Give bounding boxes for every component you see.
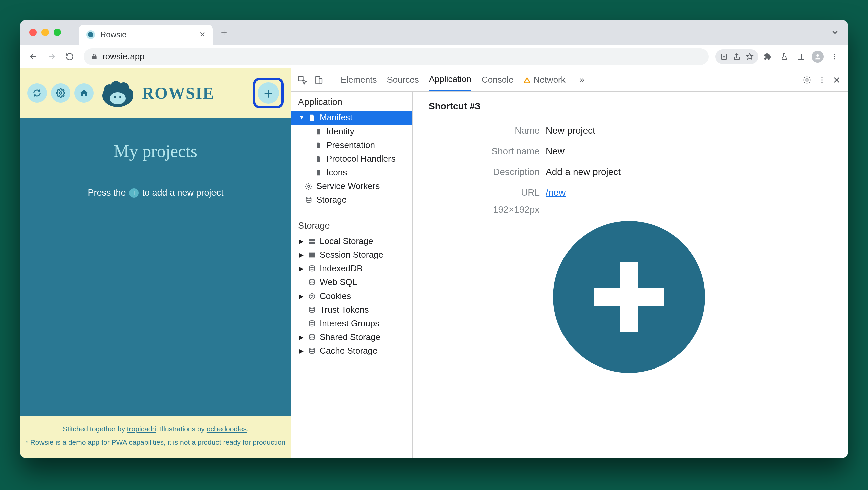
section-application: Application <box>291 92 412 111</box>
tree-item[interactable]: Protocol Handlers <box>291 152 412 166</box>
svg-rect-29 <box>312 239 314 241</box>
tree-item[interactable]: Presentation <box>291 138 412 152</box>
sync-icon[interactable] <box>27 83 47 103</box>
devtools-tab-label: Sources <box>387 74 418 85</box>
field-value-name: New project <box>546 125 835 136</box>
lock-icon <box>91 53 98 60</box>
share-icon[interactable] <box>733 53 741 61</box>
tree-label: Service Workers <box>316 181 380 191</box>
tree-label: Session Storage <box>319 250 383 260</box>
tree-manifest[interactable]: ▼ Manifest <box>291 111 412 124</box>
tree-label: Trust Tokens <box>319 305 369 315</box>
database-icon <box>304 196 313 205</box>
credit-link-1[interactable]: tropicadri <box>127 425 156 433</box>
devtools-tab-elements[interactable]: Elements <box>341 68 377 91</box>
storage-icon <box>308 278 316 287</box>
svg-point-38 <box>309 293 315 299</box>
credit-link-2[interactable]: ochedoodles <box>207 425 247 433</box>
minimize-window-button[interactable] <box>41 29 49 36</box>
window-controls <box>20 29 70 36</box>
extensions-icon[interactable] <box>760 49 775 64</box>
inspect-element-icon[interactable] <box>298 75 308 85</box>
devtools-main: Shortcut #3 Name New project Short name … <box>412 92 848 458</box>
svg-point-45 <box>310 334 314 336</box>
svg-point-40 <box>312 295 313 296</box>
reload-button[interactable] <box>62 49 77 64</box>
tree-item[interactable]: Interest Groups <box>291 317 412 330</box>
bookmark-icon[interactable] <box>746 53 753 61</box>
close-window-button[interactable] <box>29 29 37 36</box>
add-project-button[interactable]: ＋ <box>258 82 279 104</box>
devtools-tab-application[interactable]: Application <box>429 68 471 91</box>
svg-point-25 <box>822 81 823 83</box>
tree-item[interactable]: Web SQL <box>291 275 412 289</box>
devtools-tab-network[interactable]: Network <box>523 68 565 91</box>
devtools-tab-console[interactable]: Console <box>482 68 513 91</box>
tree-label: Icons <box>326 167 347 178</box>
warning-icon <box>523 76 531 84</box>
tree-item[interactable]: ▶Cache Storage <box>291 344 412 358</box>
logo-sheep <box>98 76 138 110</box>
tree-label: Storage <box>316 195 347 205</box>
add-button-highlight: ＋ <box>253 78 284 109</box>
svg-rect-30 <box>309 241 312 243</box>
devtools: ElementsSourcesApplicationConsoleNetwork… <box>291 68 848 458</box>
tree-item[interactable]: Identity <box>291 124 412 138</box>
forward-button[interactable] <box>44 49 59 64</box>
file-icon <box>314 169 323 177</box>
chrome-menu-icon[interactable] <box>827 49 842 64</box>
page-actions-pill <box>715 49 758 64</box>
tree-label: Cookies <box>319 291 351 301</box>
tab-overflow-icon[interactable] <box>831 28 839 37</box>
shortcut-icon-preview <box>553 221 705 373</box>
tree-label: Identity <box>326 126 354 136</box>
storage-icon <box>308 265 316 273</box>
svg-rect-33 <box>312 252 314 254</box>
storage-icon <box>308 347 316 356</box>
tree-item[interactable]: ▶Cookies <box>291 289 412 303</box>
file-icon <box>308 114 316 122</box>
svg-point-44 <box>310 320 314 322</box>
devtools-menu-icon[interactable] <box>818 76 826 84</box>
tree-item[interactable]: Trust Tokens <box>291 303 412 317</box>
address-bar[interactable]: rowsie.app <box>84 48 709 65</box>
devtools-settings-icon[interactable] <box>802 75 812 85</box>
svg-point-39 <box>311 295 311 296</box>
device-toolbar-icon[interactable] <box>313 75 323 85</box>
tree-item[interactable]: Icons <box>291 166 412 179</box>
maximize-window-button[interactable] <box>54 29 61 36</box>
back-button[interactable] <box>26 49 41 64</box>
rowsie-app: ROWSIE ＋ My projects Press the + to add … <box>20 68 291 458</box>
storage-icon <box>308 306 316 314</box>
svg-point-16 <box>120 96 121 98</box>
profile-avatar[interactable] <box>810 49 825 64</box>
devtools-tab-sources[interactable]: Sources <box>387 68 418 91</box>
tree-storage[interactable]: Storage <box>291 193 412 207</box>
devtools-close-icon[interactable] <box>833 76 841 84</box>
home-icon[interactable] <box>74 83 94 103</box>
side-panel-icon[interactable] <box>794 49 808 64</box>
footer-text: . Illustrations by <box>156 425 207 433</box>
tabs-overflow-icon[interactable]: » <box>580 74 584 85</box>
tree-item[interactable]: ▶IndexedDB <box>291 262 412 275</box>
devtools-tab-label: Elements <box>341 74 377 85</box>
labs-icon[interactable] <box>777 49 792 64</box>
tree-item[interactable]: ▶Shared Storage <box>291 330 412 344</box>
tab-favicon <box>86 30 95 39</box>
install-pwa-icon[interactable] <box>720 53 728 61</box>
devtools-toolbar: ElementsSourcesApplicationConsoleNetwork… <box>291 68 848 92</box>
new-tab-button[interactable]: ＋ <box>219 26 229 39</box>
tree-item[interactable]: ▶Local Storage <box>291 234 412 248</box>
settings-icon[interactable] <box>51 83 70 103</box>
browser-tab[interactable]: Rowsie ✕ <box>79 25 213 45</box>
tree-service-workers[interactable]: Service Workers <box>291 179 412 193</box>
field-value-url[interactable]: /new <box>546 187 565 198</box>
file-icon <box>314 141 323 150</box>
footer-disclaimer: * Rowsie is a demo app for PWA capabilit… <box>25 436 286 449</box>
devtools-sidebar: Application ▼ Manifest IdentityPresentat… <box>291 92 412 458</box>
close-tab-icon[interactable]: ✕ <box>199 30 206 39</box>
tree-item[interactable]: ▶Session Storage <box>291 248 412 262</box>
svg-point-36 <box>310 266 314 268</box>
icon-dimensions: 192×192px <box>493 204 835 215</box>
svg-point-5 <box>834 54 835 55</box>
